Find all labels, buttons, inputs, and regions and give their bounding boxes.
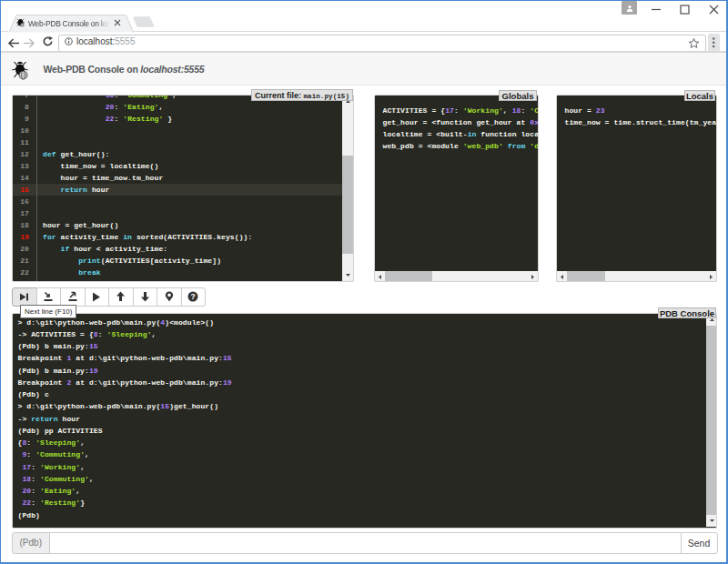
svg-text:?: ? [191, 292, 196, 301]
